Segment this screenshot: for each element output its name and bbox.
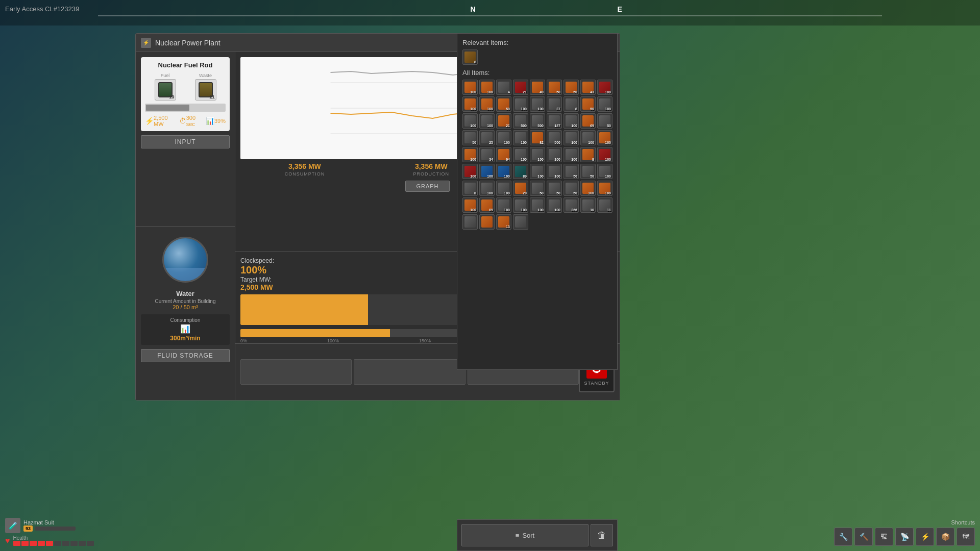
inventory-item-33[interactable]: 100	[564, 130, 579, 145]
inventory-item-0[interactable]: 100	[462, 80, 478, 95]
inventory-item-24[interactable]: 100	[564, 113, 579, 129]
inventory-item-21[interactable]: 500	[513, 113, 528, 129]
inventory-item-9[interactable]: 100	[462, 96, 478, 112]
inventory-item-54[interactable]: 8	[462, 181, 478, 196]
inventory-item-56[interactable]: 100	[496, 181, 511, 196]
inventory-item-42[interactable]: 100	[564, 147, 579, 162]
inventory-item-37[interactable]: 34	[479, 147, 495, 162]
hazmat-row: 🧪 Hazmat Suit 93	[5, 518, 94, 533]
inventory-item-75[interactable]	[513, 214, 528, 230]
inventory-item-35[interactable]: 100	[597, 130, 612, 145]
inventory-item-36[interactable]: 100	[462, 147, 478, 162]
inventory-item-52[interactable]: 50	[580, 164, 596, 179]
input-section: Nuclear Fuel Rod Fuel 19 Waste	[136, 52, 235, 227]
inventory-item-66[interactable]: 100	[513, 197, 528, 213]
inventory-item-71[interactable]: 11	[597, 197, 612, 213]
inventory-item-68[interactable]: 100	[547, 197, 562, 213]
inventory-item-67[interactable]: 100	[530, 197, 545, 213]
fluid-storage-button[interactable]: FLUID STORAGE	[141, 349, 230, 362]
inventory-item-23[interactable]: 187	[547, 113, 562, 129]
inventory-item-11[interactable]: 50	[496, 96, 511, 112]
inventory-item-58[interactable]: 50	[530, 181, 545, 196]
fluid-section: Water Current Amount in Building 20 / 50…	[136, 227, 235, 400]
relevant-items-label: Relevant Items:	[462, 39, 612, 46]
inventory-item-1[interactable]: 100	[479, 80, 495, 95]
inventory-item-38[interactable]: 94	[496, 147, 511, 162]
inventory-item-10[interactable]: 100	[479, 96, 495, 112]
inventory-item-27[interactable]: 50	[462, 130, 478, 145]
inventory-item-48[interactable]: 89	[513, 164, 528, 179]
inventory-item-57[interactable]: 28	[513, 181, 528, 196]
inventory-item-8[interactable]: 100	[597, 80, 612, 95]
inventory-item-2[interactable]: 4	[496, 80, 511, 95]
inventory-item-41[interactable]: 100	[547, 147, 562, 162]
sort-icon: ≡	[516, 532, 520, 539]
inventory-item-69[interactable]: 266	[564, 197, 579, 213]
inventory-item-72[interactable]	[462, 214, 478, 230]
health-bar-1	[13, 541, 20, 546]
inventory-item-26[interactable]: 50	[597, 113, 612, 129]
inventory-item-47[interactable]: 100	[496, 164, 511, 179]
clockspeed-value: 100%	[240, 264, 266, 276]
relevant-item[interactable]: 8	[462, 49, 478, 65]
shortcut-btn-4[interactable]: 📡	[895, 528, 914, 546]
inventory-item-63[interactable]: 100	[462, 197, 478, 213]
trash-button[interactable]: 🗑	[591, 524, 613, 546]
inventory-item-17[interactable]: 100	[597, 96, 612, 112]
inventory-item-13[interactable]: 100	[530, 96, 545, 112]
shortcut-btn-3[interactable]: 🏗	[875, 528, 893, 546]
inventory-item-46[interactable]: 100	[479, 164, 495, 179]
time-icon: ⏱	[179, 117, 186, 125]
sort-button[interactable]: ≡ Sort	[461, 524, 589, 546]
inventory-item-6[interactable]: 50	[564, 80, 579, 95]
inventory-item-31[interactable]: 82	[530, 130, 545, 145]
inventory-item-29[interactable]: 100	[496, 130, 511, 145]
inventory-item-50[interactable]: 100	[547, 164, 562, 179]
consumption-label: Consumption	[144, 317, 227, 323]
shortcut-btn-2[interactable]: 🔨	[854, 528, 873, 546]
inventory-item-55[interactable]: 100	[479, 181, 495, 196]
inventory-item-3[interactable]: 21	[513, 80, 528, 95]
consumption-icon: 📊	[144, 324, 227, 334]
inventory-item-34[interactable]: 100	[580, 130, 596, 145]
inventory-item-7[interactable]: 43	[580, 80, 596, 95]
inventory-item-74[interactable]: 13	[496, 214, 511, 230]
inventory-item-64[interactable]: 89	[479, 197, 495, 213]
inventory-item-62[interactable]: 100	[597, 181, 612, 196]
inventory-item-15[interactable]: 8	[564, 96, 579, 112]
inventory-item-32[interactable]: 500	[547, 130, 562, 145]
inventory-item-61[interactable]: 100	[580, 181, 596, 196]
shortcut-btn-5[interactable]: ⚡	[916, 528, 934, 546]
fuel-icon-box: 19	[155, 79, 176, 101]
input-button[interactable]: INPUT	[141, 135, 230, 148]
inventory-item-18[interactable]: 100	[462, 113, 478, 129]
inventory-item-65[interactable]: 100	[496, 197, 511, 213]
inventory-item-44[interactable]: 100	[597, 147, 612, 162]
inventory-item-14[interactable]: 37	[547, 96, 562, 112]
inventory-item-22[interactable]: 500	[530, 113, 545, 129]
inventory-item-28[interactable]: 25	[479, 130, 495, 145]
inventory-item-4[interactable]: 49	[530, 80, 545, 95]
inventory-item-51[interactable]: 50	[564, 164, 579, 179]
graph-button[interactable]: GRAPH	[405, 181, 449, 192]
inventory-item-43[interactable]: 8	[580, 147, 596, 162]
inventory-item-53[interactable]: 100	[597, 164, 612, 179]
inventory-item-49[interactable]: 100	[530, 164, 545, 179]
inventory-item-39[interactable]: 100	[513, 147, 528, 162]
inventory-item-25[interactable]: 69	[580, 113, 596, 129]
inventory-item-16[interactable]: 50	[580, 96, 596, 112]
inventory-item-45[interactable]: 100	[462, 164, 478, 179]
inventory-item-59[interactable]: 50	[547, 181, 562, 196]
inventory-item-60[interactable]: 50	[564, 181, 579, 196]
inventory-item-40[interactable]: 100	[530, 147, 545, 162]
inventory-item-73[interactable]	[479, 214, 495, 230]
shortcut-btn-7[interactable]: 🗺	[957, 528, 975, 546]
inventory-item-20[interactable]: 21	[496, 113, 511, 129]
shortcut-btn-6[interactable]: 📦	[936, 528, 954, 546]
inventory-item-70[interactable]: 10	[580, 197, 596, 213]
shortcut-btn-1[interactable]: 🔧	[834, 528, 852, 546]
inventory-item-5[interactable]: 50	[547, 80, 562, 95]
inventory-item-12[interactable]: 100	[513, 96, 528, 112]
inventory-item-30[interactable]: 100	[513, 130, 528, 145]
inventory-item-19[interactable]: 100	[479, 113, 495, 129]
